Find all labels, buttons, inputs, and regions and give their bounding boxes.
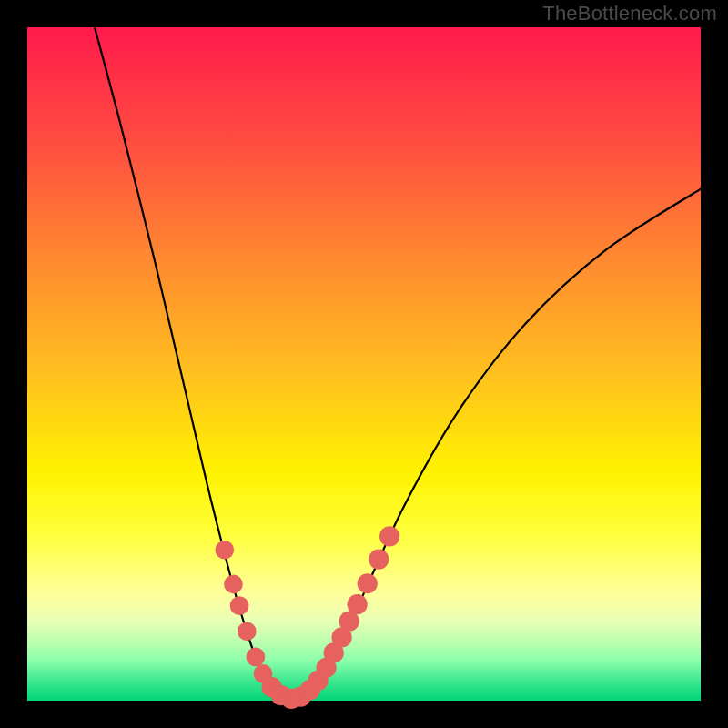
curve-marker (247, 648, 266, 667)
curve-marker (369, 550, 389, 570)
curve-marker (238, 622, 257, 641)
curve-marker (348, 594, 368, 614)
curve-marker (230, 596, 249, 615)
curve-path (95, 27, 701, 699)
chart-frame: TheBottleneck.com (0, 0, 728, 728)
watermark-text: TheBottleneck.com (542, 2, 717, 25)
curve-marker (224, 575, 243, 594)
curve-marker (379, 526, 399, 546)
curve-marker (215, 541, 234, 560)
plot-area (27, 27, 701, 701)
chart-svg (27, 27, 701, 701)
curve-marker (358, 573, 378, 593)
